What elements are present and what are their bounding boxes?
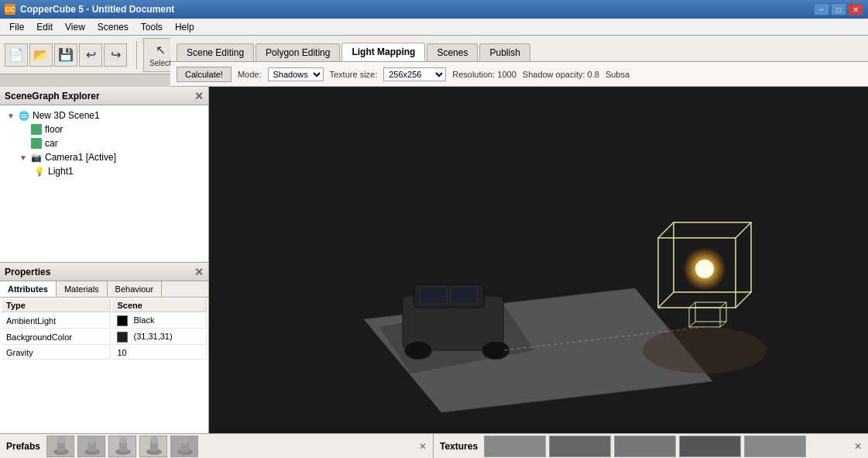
scenegraph-close[interactable]: ✕ [194, 90, 204, 102]
svg-line-18 [689, 302, 695, 308]
menu-help[interactable]: Help [169, 20, 201, 34]
svg-rect-17 [695, 302, 726, 322]
new-button[interactable]: 📄 [5, 43, 28, 67]
bgcolor-swatch[interactable] [117, 332, 128, 343]
save-button[interactable]: 💾 [54, 43, 77, 67]
texture-size-select[interactable]: 128x128 256x256 512x512 1024x1024 [383, 67, 446, 81]
menu-file[interactable]: File [3, 20, 30, 34]
menu-view[interactable]: View [59, 20, 91, 34]
title-bar: CC CopperCube 5 - Untitled Document − □ … [0, 0, 868, 19]
svg-point-32 [119, 436, 127, 444]
svg-line-12 [736, 292, 751, 308]
redo-button[interactable]: ↪ [104, 43, 127, 67]
prefab-thumb-5[interactable] [170, 436, 198, 457]
textures-close[interactable]: ✕ [854, 441, 862, 452]
prefab-thumb-2[interactable] [77, 436, 105, 457]
tab-attributes[interactable]: Attributes [0, 281, 57, 297]
col-scene: Scene [112, 299, 207, 312]
properties-header: Properties ✕ [0, 263, 208, 281]
camera1-label: Camera1 [Active] [45, 152, 116, 163]
tab-materials[interactable]: Materials [57, 281, 108, 297]
scene-tree: ▼ 🌐 New 3D Scene1 floor car ▼ 📷 [0, 105, 208, 181]
tab-behaviour[interactable]: Behaviour [108, 281, 163, 297]
prefabs-label: Prefabs [6, 441, 40, 452]
svg-rect-5 [451, 287, 478, 304]
maximize-button[interactable]: □ [831, 3, 846, 15]
ambient-swatch[interactable] [117, 315, 128, 326]
svg-point-35 [150, 436, 158, 444]
texture-thumb-5[interactable] [744, 436, 806, 457]
window-controls: − □ ✕ [814, 3, 863, 15]
tab-polygon-editing[interactable]: Polygon Editing [256, 43, 340, 61]
open-button[interactable]: 📂 [29, 43, 53, 67]
svg-line-19 [720, 302, 726, 308]
svg-point-23 [643, 327, 767, 374]
tree-item-car[interactable]: car [3, 136, 205, 150]
viewport[interactable] [209, 87, 868, 433]
resolution-label: Resolution: 1000 [452, 70, 516, 79]
expand-icon: ▼ [6, 111, 15, 120]
prefabs-close[interactable]: ✕ [419, 441, 427, 452]
app-icon: CC [5, 4, 15, 15]
texture-size-label: Texture size: [330, 70, 378, 79]
mode-label: Mode: [238, 70, 262, 79]
select-label: Select [149, 59, 171, 67]
prefab-items [46, 436, 198, 457]
calculate-button[interactable]: Calculate! [177, 67, 232, 82]
texture-thumb-2[interactable] [549, 436, 611, 457]
prefab-thumb-4[interactable] [139, 436, 167, 457]
car-expand [19, 139, 28, 148]
svg-point-15 [695, 260, 714, 278]
tab-scenes[interactable]: Scenes [427, 43, 478, 61]
tree-item-scene1[interactable]: ▼ 🌐 New 3D Scene1 [3, 108, 205, 122]
floor-expand [19, 125, 28, 134]
mode-select[interactable]: Shadows Color AO [268, 67, 324, 81]
menu-scenes[interactable]: Scenes [91, 20, 135, 34]
tab-publish[interactable]: Publish [479, 43, 530, 61]
prefab-thumb-1[interactable] [46, 436, 74, 457]
prefab-thumb-3[interactable] [108, 436, 136, 457]
texture-thumb-3[interactable] [614, 436, 676, 457]
scenegraph-title: SceneGraph Explorer [5, 91, 100, 102]
car-icon [31, 138, 42, 149]
prop-bgcolor-type: BackgroundColor [2, 330, 111, 345]
tab-scene-editing[interactable]: Scene Editing [177, 43, 254, 61]
viewport-canvas [209, 87, 868, 433]
prop-ambient-type: AmbientLight [2, 314, 111, 329]
menu-edit[interactable]: Edit [30, 20, 59, 34]
toolbar-separator-1 [136, 41, 137, 69]
minimize-button[interactable]: − [814, 3, 829, 15]
subsa-label: Subsa [606, 70, 630, 79]
prop-ambient-value: Black [112, 314, 207, 329]
camera-icon: 📷 [31, 152, 42, 163]
svg-line-20 [720, 322, 726, 327]
tree-item-light1[interactable]: 💡 Light1 [3, 164, 205, 178]
light-icon: 💡 [34, 166, 45, 177]
tree-item-floor[interactable]: floor [3, 122, 205, 136]
svg-point-6 [404, 341, 432, 360]
scene-icon: 🌐 [19, 110, 29, 121]
bottom-bar: Prefabs ✕ Textures [0, 433, 868, 458]
prop-gravity: Gravity 10 [2, 346, 207, 360]
tab-bar: Scene Editing Polygon Editing Light Mapp… [170, 36, 868, 62]
textures-label: Textures [440, 441, 478, 452]
close-button[interactable]: ✕ [848, 3, 863, 15]
file-tools: 📄 📂 💾 ↩ ↪ [5, 43, 127, 67]
svg-point-29 [88, 436, 96, 444]
svg-point-38 [181, 436, 189, 444]
tree-item-camera1[interactable]: ▼ 📷 Camera1 [Active] [3, 150, 205, 164]
texture-thumb-1[interactable] [484, 436, 546, 457]
floor-label: floor [45, 124, 63, 135]
prop-gravity-type: Gravity [2, 346, 111, 360]
prop-bgcolor: BackgroundColor (31,31,31) [2, 330, 207, 345]
texture-thumb-4[interactable] [679, 436, 741, 457]
textures-panel: Textures ✕ [434, 434, 868, 458]
camera-expand: ▼ [19, 153, 28, 162]
undo-button[interactable]: ↩ [79, 43, 102, 67]
shadow-opacity-label: Shadow opacity: 0.8 [523, 70, 599, 79]
tab-light-mapping[interactable]: Light Mapping [341, 43, 425, 61]
menu-tools[interactable]: Tools [135, 20, 169, 34]
properties-close[interactable]: ✕ [194, 266, 204, 278]
select-icon: ↖ [156, 43, 166, 57]
svg-point-26 [57, 436, 65, 444]
